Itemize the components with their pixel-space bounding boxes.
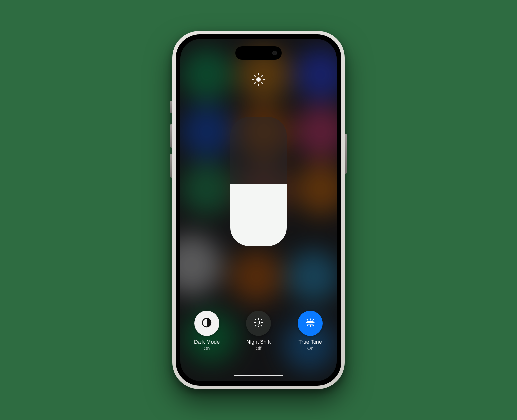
screen: Dark Mode On (180, 39, 337, 381)
dark-mode-icon (201, 317, 212, 330)
night-shift-status: Off (256, 346, 261, 351)
night-shift-button[interactable] (246, 311, 271, 336)
side-button (345, 134, 347, 174)
dark-mode-button[interactable] (194, 311, 219, 336)
svg-line-17 (255, 325, 256, 326)
svg-line-4 (262, 83, 263, 84)
iphone-device-frame: Dark Mode On (172, 31, 345, 389)
svg-line-25 (313, 325, 314, 326)
true-tone-control: True Tone On (292, 311, 328, 351)
svg-line-26 (307, 325, 308, 326)
night-shift-title: Night Shift (246, 339, 271, 345)
night-shift-icon (253, 317, 264, 329)
dark-mode-title: Dark Mode (194, 339, 220, 345)
home-indicator[interactable] (234, 375, 283, 376)
volume-up-button (170, 124, 172, 148)
svg-line-14 (261, 325, 262, 326)
display-controls-row: Dark Mode On (180, 311, 337, 351)
true-tone-status: On (307, 346, 314, 351)
dynamic-island (235, 46, 282, 60)
dark-mode-status: On (204, 346, 210, 351)
true-tone-title: True Tone (298, 339, 322, 345)
true-tone-icon (305, 317, 316, 330)
svg-line-27 (313, 319, 314, 320)
volume-down-button (170, 154, 172, 178)
night-shift-control: Night Shift Off (240, 311, 277, 351)
ring-switch (170, 101, 172, 113)
svg-line-3 (254, 75, 255, 76)
dark-mode-control: Dark Mode On (189, 311, 225, 351)
true-tone-button[interactable] (298, 311, 323, 336)
svg-point-0 (256, 77, 261, 82)
svg-line-13 (255, 319, 256, 320)
brightness-slider-fill (230, 184, 287, 246)
brightness-sun-icon (251, 72, 266, 88)
svg-line-8 (262, 75, 263, 76)
brightness-slider[interactable] (230, 117, 287, 246)
svg-line-18 (261, 319, 262, 320)
svg-line-7 (254, 83, 255, 84)
svg-line-24 (307, 319, 308, 320)
